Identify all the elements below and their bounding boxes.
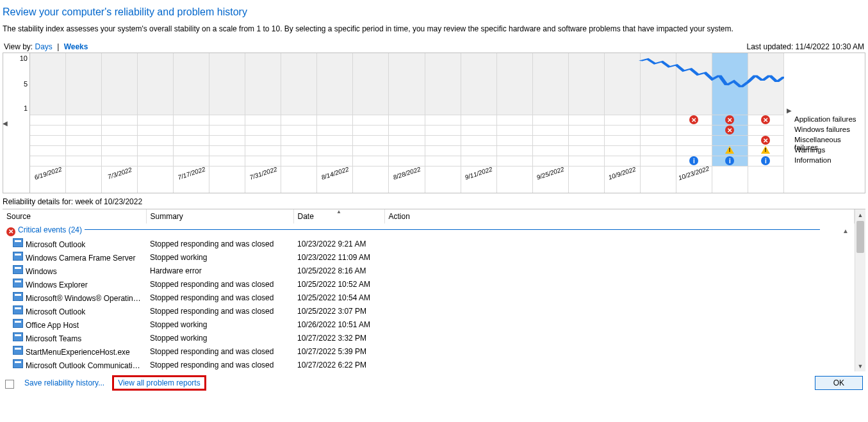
table-row[interactable]: Windows ExplorerStopped responding and w… xyxy=(3,277,855,291)
chart-column[interactable] xyxy=(66,53,102,193)
footer-bar: Save reliability history... View all pro… xyxy=(3,371,865,394)
chart-column[interactable]: 9/25/2022 xyxy=(533,53,569,193)
reliability-chart: ◀ 10 5 1 6/19/20227/3/20227/17/20227/31/… xyxy=(3,53,865,193)
table-row[interactable]: WindowsHardware error10/25/2022 8:16 AM xyxy=(3,264,855,277)
app-icon xyxy=(13,279,23,288)
error-icon: ✕ xyxy=(761,115,770,124)
app-icon xyxy=(13,359,23,368)
chart-column[interactable] xyxy=(138,53,174,193)
error-icon: ✕ xyxy=(725,115,734,124)
chart-column[interactable] xyxy=(641,53,676,193)
scrollbar-thumb[interactable] xyxy=(856,221,864,253)
group-header-row[interactable]: ✕Critical events (24) xyxy=(3,223,855,237)
chart-column[interactable]: ✕✕i xyxy=(712,53,748,193)
chart-column[interactable]: 6/19/2022 xyxy=(30,53,66,193)
table-row[interactable]: Windows Camera Frame ServerStopped worki… xyxy=(3,250,855,264)
error-icon: ✕ xyxy=(6,227,15,236)
error-icon: ✕ xyxy=(725,126,734,134)
chart-column[interactable]: 10/9/2022 xyxy=(605,53,641,193)
scroll-down-icon[interactable]: ▼ xyxy=(855,361,865,371)
col-action[interactable]: Action xyxy=(384,209,855,223)
details-table: Source Summary Date▲ Action ✕Critical ev… xyxy=(3,209,855,371)
app-icon xyxy=(13,252,23,261)
col-source[interactable]: Source xyxy=(3,209,146,223)
warning-icon xyxy=(761,146,770,154)
group-collapse-icon[interactable]: ▲ xyxy=(842,227,849,234)
view-all-problem-reports-link[interactable]: View all problem reports xyxy=(118,378,201,387)
last-updated: Last updated: 11/4/2022 10:30 AM xyxy=(747,42,865,51)
chart-row-labels: ▶ Application failures Windows failures … xyxy=(784,53,865,193)
ok-button[interactable]: OK xyxy=(815,376,863,390)
chart-column[interactable]: 10/23/2022✕i xyxy=(676,53,712,193)
chart-column[interactable]: 7/17/2022 xyxy=(174,53,209,193)
table-row[interactable]: Office App HostStopped working10/26/2022… xyxy=(3,318,855,331)
save-icon xyxy=(5,380,14,389)
details-for-header: Reliability details for: week of 10/23/2… xyxy=(3,197,865,206)
chart-column[interactable] xyxy=(569,53,605,193)
chart-column[interactable]: 9/11/2022 xyxy=(461,53,497,193)
page-description: The stability index assesses your system… xyxy=(3,24,865,33)
viewby-label: View by: xyxy=(4,42,33,51)
chart-column[interactable] xyxy=(281,53,317,193)
col-summary[interactable]: Summary xyxy=(146,209,293,223)
warning-icon xyxy=(725,146,734,154)
app-icon xyxy=(13,265,23,274)
table-row[interactable]: Microsoft TeamsStopped working10/27/2022… xyxy=(3,331,855,345)
chart-column[interactable]: 7/3/2022 xyxy=(102,53,138,193)
info-icon: i xyxy=(689,156,698,165)
app-icon xyxy=(13,319,23,328)
viewby-weeks-link[interactable]: Weeks xyxy=(64,42,88,51)
chart-yaxis: 10 5 1 xyxy=(7,53,30,193)
sort-asc-icon: ▲ xyxy=(336,209,341,215)
chart-column[interactable] xyxy=(425,53,461,193)
app-icon xyxy=(13,346,23,355)
chart-column[interactable]: 8/14/2022 xyxy=(317,53,353,193)
group-label: Critical events (24) xyxy=(18,225,82,234)
info-icon: i xyxy=(725,156,734,165)
error-icon: ✕ xyxy=(689,115,698,124)
table-row[interactable]: Microsoft Outlook Communicatio...Stopped… xyxy=(3,358,855,371)
save-reliability-link[interactable]: Save reliability history... xyxy=(24,378,104,387)
page-title: Review your computer's reliability and p… xyxy=(3,6,865,18)
col-date[interactable]: Date▲ xyxy=(293,209,384,223)
chart-plot-area[interactable]: 6/19/20227/3/20227/17/20227/31/20228/14/… xyxy=(30,53,784,193)
info-icon: i xyxy=(761,156,770,165)
chart-column[interactable] xyxy=(353,53,389,193)
vertical-scrollbar[interactable]: ▲ ▼ xyxy=(855,209,865,371)
annotation-highlight: View all problem reports xyxy=(112,375,206,391)
scroll-up-icon[interactable]: ▲ xyxy=(855,209,865,220)
viewby-separator: | xyxy=(54,42,61,51)
table-row[interactable]: Microsoft OutlookStopped responding and … xyxy=(3,237,855,250)
app-icon xyxy=(13,292,23,301)
viewby-days-link[interactable]: Days xyxy=(35,42,52,51)
table-row[interactable]: Microsoft® Windows® Operating...Stopped … xyxy=(3,291,855,304)
chart-column[interactable] xyxy=(209,53,245,193)
app-icon xyxy=(13,305,23,314)
table-row[interactable]: Microsoft OutlookStopped responding and … xyxy=(3,304,855,318)
chart-column[interactable]: 7/31/2022 xyxy=(245,53,281,193)
viewby-group: View by: Days | Weeks xyxy=(4,42,88,51)
chart-column[interactable] xyxy=(497,53,533,193)
app-icon xyxy=(13,238,23,247)
chart-column[interactable]: ✕✕i xyxy=(748,53,784,193)
app-icon xyxy=(13,332,23,341)
chart-scroll-right-icon[interactable]: ▶ xyxy=(787,107,792,114)
error-icon: ✕ xyxy=(761,136,770,145)
chart-column[interactable]: 8/28/2022 xyxy=(389,53,425,193)
details-table-container: Source Summary Date▲ Action ✕Critical ev… xyxy=(3,209,865,371)
table-row[interactable]: StartMenuExperienceHost.exeStopped respo… xyxy=(3,345,855,358)
